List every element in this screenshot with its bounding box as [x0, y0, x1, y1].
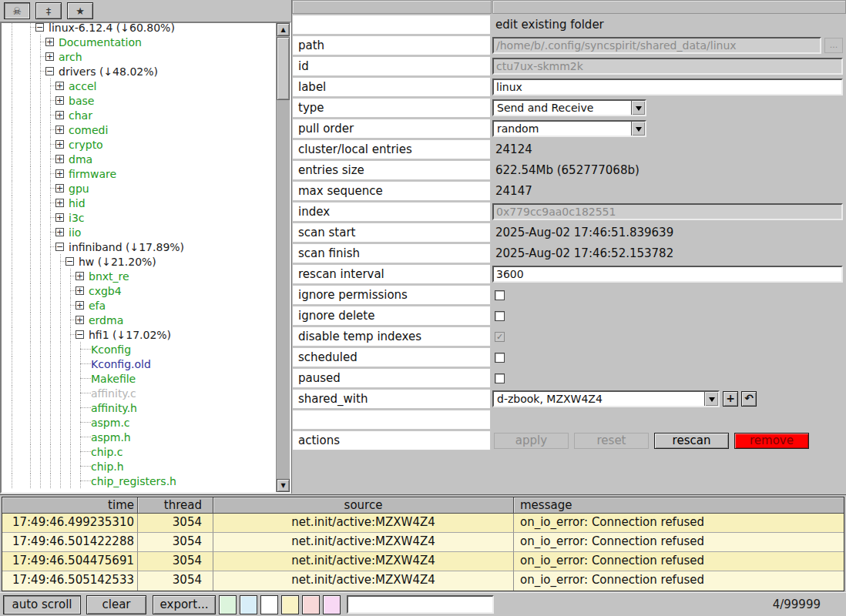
- auto-scroll-button[interactable]: auto scroll: [3, 595, 81, 614]
- tree-item[interactable]: aspm.c: [2, 415, 276, 430]
- collapse-icon[interactable]: −: [55, 243, 64, 251]
- log-column-header-thread[interactable]: thread: [138, 497, 213, 514]
- expand-icon[interactable]: +: [76, 301, 84, 310]
- tree-item[interactable]: Kconfig: [2, 342, 276, 357]
- tree-scrollbar[interactable]: ▲ ▼: [276, 23, 290, 492]
- expand-icon[interactable]: +: [55, 228, 64, 236]
- expand-icon[interactable]: +: [55, 155, 64, 163]
- paused-checkbox[interactable]: [495, 373, 505, 383]
- collapse-icon[interactable]: −: [45, 67, 54, 75]
- log-cell-source: net.init/active:MZXW4Z4: [213, 533, 514, 552]
- log-row[interactable]: 17:49:46.5044756913054net.init/active:MZ…: [2, 552, 844, 571]
- tree-item[interactable]: +arch: [2, 49, 276, 64]
- export-button[interactable]: export...: [153, 595, 216, 614]
- chevron-down-icon[interactable]: [704, 392, 718, 406]
- scheduled-checkbox[interactable]: [495, 353, 505, 363]
- log-filter-input[interactable]: [347, 595, 494, 614]
- skull-button[interactable]: ☠: [4, 2, 30, 19]
- log-column-header-time[interactable]: time: [2, 497, 138, 514]
- log-row[interactable]: 17:49:46.4992353103054net.init/active:MZ…: [2, 514, 844, 533]
- field-label: max sequence: [292, 181, 491, 201]
- tree-item[interactable]: +cxgb4: [2, 283, 276, 298]
- expand-icon[interactable]: +: [45, 38, 54, 46]
- log-color-swatch-2-button[interactable]: [240, 595, 257, 614]
- tree-item[interactable]: +char: [2, 108, 276, 122]
- tree-item[interactable]: chip.h: [2, 459, 276, 474]
- scroll-down-icon[interactable]: ▼: [277, 479, 290, 492]
- spacer-value: [491, 410, 846, 430]
- revert-button[interactable]: ↶: [741, 391, 757, 407]
- log-color-swatch-3-button[interactable]: [260, 595, 278, 614]
- expand-icon[interactable]: +: [55, 199, 64, 207]
- star-button[interactable]: ★: [67, 2, 93, 19]
- tree-item[interactable]: −drivers (↓48.02%): [2, 64, 276, 79]
- tree-item[interactable]: affinity.h: [2, 400, 276, 415]
- rescan-button[interactable]: rescan: [654, 433, 729, 449]
- expand-icon[interactable]: +: [76, 316, 84, 324]
- shared_with-select[interactable]: d-zbook, MZXW4Z4: [492, 390, 720, 407]
- chevron-down-icon[interactable]: [631, 122, 645, 136]
- tree-item[interactable]: +firmware: [2, 166, 276, 181]
- tree-item[interactable]: −hfi1 (↓17.02%): [2, 327, 276, 342]
- expand-icon[interactable]: +: [55, 96, 64, 105]
- tree-item[interactable]: +erdma: [2, 313, 276, 327]
- tree-item-label: hw (↓21.20%): [79, 256, 156, 268]
- tree-item[interactable]: +comedi: [2, 122, 276, 137]
- scrollbar-thumb[interactable]: [277, 37, 290, 100]
- expand-icon[interactable]: +: [76, 272, 84, 280]
- tree-item[interactable]: +gpu: [2, 181, 276, 196]
- tree-item[interactable]: +Documentation: [2, 35, 276, 49]
- tree-item[interactable]: Makefile: [2, 371, 276, 386]
- log-color-swatch-1-button[interactable]: [219, 595, 237, 614]
- tree-item[interactable]: −infiniband (↓17.89%): [2, 239, 276, 254]
- tree-item[interactable]: chip.c: [2, 444, 276, 459]
- tree-item[interactable]: +crypto: [2, 137, 276, 152]
- collapse-icon[interactable]: −: [65, 257, 74, 266]
- tree-item[interactable]: chip_registers.h: [2, 474, 276, 488]
- tree-item[interactable]: −hw (↓21.20%): [2, 254, 276, 269]
- chevron-down-icon[interactable]: [631, 101, 645, 115]
- pull_order-select[interactable]: random: [492, 120, 646, 137]
- tree-item[interactable]: +i3c: [2, 210, 276, 225]
- expand-icon[interactable]: +: [55, 126, 64, 134]
- tree-item[interactable]: +accel: [2, 79, 276, 93]
- expand-icon[interactable]: +: [76, 286, 84, 295]
- tree-item[interactable]: +efa: [2, 298, 276, 313]
- rescan_interval-input[interactable]: [492, 266, 843, 283]
- expand-icon[interactable]: +: [55, 111, 64, 119]
- scroll-up-icon[interactable]: ▲: [277, 23, 290, 36]
- clear-button[interactable]: clear: [86, 595, 146, 614]
- collapse-icon[interactable]: −: [76, 330, 84, 339]
- label-input[interactable]: [492, 79, 843, 95]
- log-column-header-source[interactable]: source: [213, 497, 514, 514]
- log-row[interactable]: 17:49:46.5051425333054net.init/active:MZ…: [2, 571, 844, 591]
- tree-item[interactable]: +hid: [2, 196, 276, 210]
- double-dagger-button[interactable]: ‡: [35, 2, 62, 19]
- expand-icon[interactable]: +: [45, 52, 54, 61]
- tree-item[interactable]: +iio: [2, 225, 276, 239]
- ignore_permissions-checkbox[interactable]: [495, 290, 505, 300]
- tree-item[interactable]: aspm.h: [2, 430, 276, 444]
- tree-item[interactable]: −linux-6.12.4 (↓60.80%): [2, 22, 276, 35]
- tree-item[interactable]: affinity.c: [2, 386, 276, 400]
- log-color-swatch-6-button[interactable]: [323, 595, 341, 614]
- expand-icon[interactable]: +: [55, 82, 64, 90]
- log-color-swatch-4-button[interactable]: [281, 595, 299, 614]
- log-column-header-message[interactable]: message: [514, 497, 844, 514]
- tree-item[interactable]: +bnxt_re: [2, 269, 276, 283]
- remove-button[interactable]: remove: [734, 433, 809, 449]
- expand-icon[interactable]: +: [55, 140, 64, 149]
- expand-icon[interactable]: +: [55, 213, 64, 222]
- expand-icon[interactable]: +: [55, 169, 64, 178]
- log-color-swatch-5-button[interactable]: [302, 595, 320, 614]
- tree-item-label: aspm.h: [91, 431, 131, 444]
- tree-item[interactable]: +dma: [2, 152, 276, 166]
- ignore_delete-checkbox[interactable]: [495, 311, 505, 321]
- tree-item[interactable]: Kconfig.old: [2, 357, 276, 371]
- collapse-icon[interactable]: −: [35, 23, 44, 32]
- expand-icon[interactable]: +: [55, 184, 64, 192]
- type-select[interactable]: Send and Receive: [492, 99, 646, 116]
- add-device-button[interactable]: +: [723, 391, 738, 407]
- tree-item[interactable]: +base: [2, 93, 276, 108]
- log-row[interactable]: 17:49:46.5014222883054net.init/active:MZ…: [2, 533, 844, 552]
